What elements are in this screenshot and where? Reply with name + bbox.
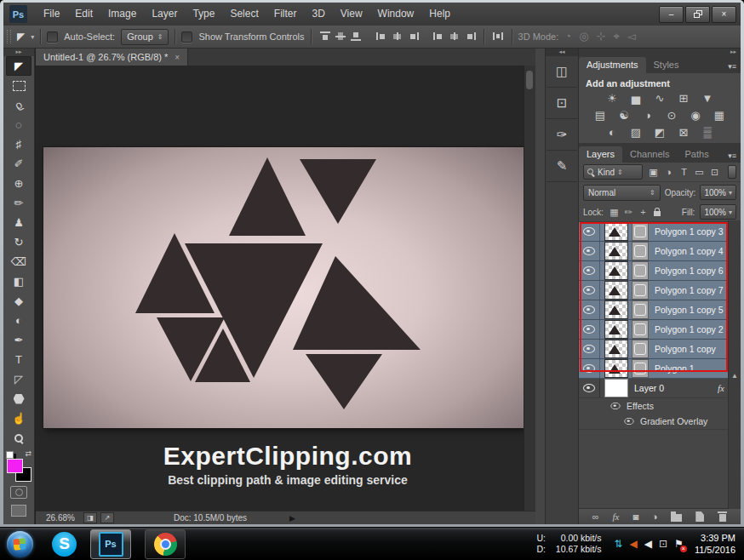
volume-mixer-icon[interactable]: ◀: [630, 538, 638, 550]
tools-collapse-button[interactable]: ▸▸: [3, 49, 34, 56]
tab-layers[interactable]: Layers: [579, 146, 622, 163]
eye-icon[interactable]: [610, 403, 620, 409]
layer-effects-badge[interactable]: fx: [718, 383, 724, 393]
options-grip[interactable]: [7, 30, 11, 43]
visibility-cell[interactable]: [579, 359, 600, 378]
hand-tool[interactable]: ☝: [6, 409, 31, 428]
brush-tool[interactable]: ✏: [6, 193, 31, 213]
lock-transparent-pixels-icon[interactable]: ▦: [609, 207, 620, 218]
visibility-cell[interactable]: [579, 320, 600, 339]
taskbar-clock[interactable]: 3:39 PM 11/5/2016: [695, 532, 735, 556]
history-brush-tool[interactable]: ↻: [6, 232, 31, 252]
align-top-edges[interactable]: [318, 31, 332, 42]
selective-color-icon[interactable]: ⊠: [676, 126, 691, 140]
layer-thumbnail[interactable]: [604, 281, 628, 300]
layers-scrollbar[interactable]: ▲: [728, 220, 741, 509]
type-tool[interactable]: T: [6, 350, 31, 369]
visibility-cell[interactable]: [579, 261, 600, 280]
tab-channels[interactable]: Channels: [622, 146, 677, 163]
taskbar-photoshop-button[interactable]: Ps: [90, 529, 131, 559]
filter-pixel-layers-icon[interactable]: ▣: [647, 166, 660, 179]
menu-image[interactable]: Image: [100, 3, 144, 26]
align-right-edges[interactable]: [406, 31, 420, 42]
new-adjustment-layer-icon[interactable]: ◑: [652, 511, 658, 522]
dock-collapse-button[interactable]: ▸▸: [579, 49, 741, 56]
posterize-icon[interactable]: ▨: [628, 126, 644, 140]
taskbar-skype-icon[interactable]: S: [52, 532, 77, 557]
status-arrow-icon[interactable]: ▶: [289, 514, 295, 523]
layer-name[interactable]: Polygon 1 copy 2: [655, 324, 724, 334]
new-group-icon[interactable]: [671, 514, 682, 522]
tab-styles[interactable]: Styles: [646, 57, 687, 73]
levels-icon[interactable]: ▅: [628, 92, 644, 106]
visibility-cell[interactable]: [579, 340, 600, 358]
color-lookup-icon[interactable]: ▦: [712, 109, 727, 123]
vector-mask-thumbnail[interactable]: [632, 359, 649, 378]
foreground-color-swatch[interactable]: [7, 459, 23, 473]
menu-window[interactable]: Window: [370, 3, 422, 26]
3d-scale-icon[interactable]: ◅: [627, 30, 636, 43]
add-layer-mask-icon[interactable]: ◙: [632, 511, 638, 522]
lasso-tool[interactable]: ϱ: [6, 95, 31, 115]
layer-row-layer0[interactable]: Layer 0 fx: [579, 379, 728, 398]
tool-preset-dropdown-icon[interactable]: ▾: [31, 33, 34, 41]
path-selection-tool[interactable]: ◸: [6, 369, 31, 389]
black-white-icon[interactable]: ◑: [640, 109, 655, 123]
filter-type-layers-icon[interactable]: T: [678, 166, 690, 179]
layer-name[interactable]: Polygon 1 copy 4: [655, 246, 724, 256]
layer-row-polygon-1-copy-4[interactable]: Polygon 1 copy 4: [579, 242, 728, 261]
minimize-button[interactable]: –: [659, 6, 684, 23]
auto-select-dropdown[interactable]: Group ⇕: [121, 29, 169, 45]
3d-rotate-icon[interactable]: ◔: [564, 30, 571, 43]
crop-tool[interactable]: ♯: [6, 134, 31, 154]
filter-toggle-switch[interactable]: [728, 165, 736, 179]
vector-mask-thumbnail[interactable]: [632, 261, 649, 280]
fill-field[interactable]: 100% ▾: [700, 204, 736, 220]
filter-shape-layers-icon[interactable]: ▭: [693, 166, 706, 179]
tab-adjustments[interactable]: Adjustments: [579, 57, 646, 73]
layer-row-polygon-1-copy-6[interactable]: Polygon 1 copy 6: [579, 261, 728, 281]
brush-panel-icon[interactable]: ✑: [547, 119, 577, 151]
layer-name[interactable]: Polygon 1: [655, 363, 695, 374]
threshold-icon[interactable]: ◩: [652, 126, 667, 140]
blend-mode-dropdown[interactable]: Normal ⇕: [583, 185, 661, 201]
spot-healing-brush-tool[interactable]: ⊕: [6, 174, 31, 193]
networx-icon[interactable]: ⇅: [615, 538, 623, 550]
lock-image-pixels-icon[interactable]: ✏: [623, 207, 634, 218]
lock-position-icon[interactable]: +: [638, 207, 649, 218]
opacity-field[interactable]: 100% ▾: [700, 185, 736, 200]
effects-row[interactable]: Effects: [579, 398, 728, 414]
move-tool[interactable]: ◤: [6, 56, 31, 76]
network-icon[interactable]: ⊡: [659, 538, 667, 550]
menu-type[interactable]: Type: [185, 3, 222, 26]
menu-view[interactable]: View: [333, 3, 370, 26]
tab-paths[interactable]: Paths: [678, 146, 717, 163]
history-panel-icon[interactable]: ◫: [547, 56, 577, 88]
layer-name[interactable]: Layer 0: [634, 383, 664, 393]
lock-all-icon[interactable]: [654, 211, 661, 216]
vibrance-icon[interactable]: ▼: [700, 92, 715, 106]
eyedropper-tool[interactable]: ✐: [6, 154, 31, 174]
properties-panel-icon[interactable]: ⊡: [547, 88, 577, 119]
layer-thumbnail[interactable]: [604, 320, 628, 339]
curves-icon[interactable]: ∿: [652, 92, 667, 106]
layer-thumbnail[interactable]: [604, 379, 628, 397]
taskbar-chrome-button[interactable]: [145, 529, 186, 559]
auto-select-checkbox[interactable]: [47, 31, 58, 43]
layer-row-polygon-1-copy[interactable]: Polygon 1 copy: [579, 340, 728, 359]
layer-name[interactable]: Polygon 1 copy 6: [655, 266, 724, 276]
menu-file[interactable]: File: [36, 3, 67, 26]
3d-drag-icon[interactable]: ⊹: [596, 30, 605, 43]
vector-mask-thumbnail[interactable]: [632, 281, 649, 300]
strip-expand-button[interactable]: ◂◂: [546, 49, 578, 56]
zoom-tool[interactable]: [6, 428, 31, 448]
align-left-edges[interactable]: [375, 31, 389, 42]
layer-row-polygon-1-copy-7[interactable]: Polygon 1 copy 7: [579, 281, 728, 300]
panel-menu-icon[interactable]: ▾≡: [724, 151, 741, 163]
layer-thumbnail[interactable]: [604, 242, 628, 260]
status-profile-icon[interactable]: ◨: [83, 512, 97, 523]
scrollbar-thumb[interactable]: [526, 71, 533, 89]
visibility-cell[interactable]: [579, 281, 600, 300]
document-vertical-scrollbar[interactable]: [524, 66, 535, 511]
hue-saturation-icon[interactable]: ▤: [592, 109, 608, 123]
